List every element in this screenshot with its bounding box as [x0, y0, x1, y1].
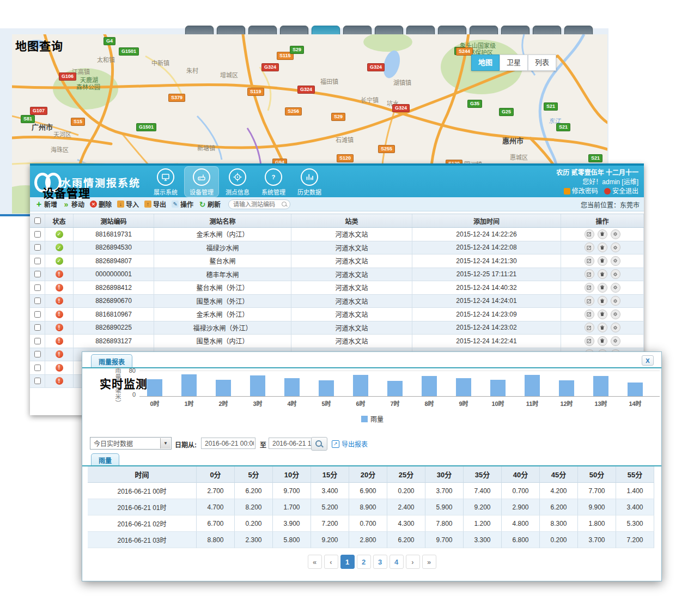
- nav-item-历史数据[interactable]: 历史数据: [292, 166, 327, 197]
- added-time-cell: 2015-12-24 14:22:41: [412, 335, 561, 348]
- gear-icon[interactable]: [611, 242, 620, 252]
- row-checkbox[interactable]: [34, 365, 41, 371]
- gear-icon[interactable]: [611, 229, 620, 239]
- logout-link[interactable]: 安全退出: [612, 187, 638, 195]
- row-checkbox[interactable]: [34, 311, 41, 318]
- pagination-page[interactable]: 3: [373, 555, 387, 569]
- header-checkbox-cell: [30, 214, 45, 227]
- station-type-cell: 河道水文站: [291, 268, 412, 281]
- station-code-cell: 8816810967: [74, 308, 154, 321]
- report-value-cell: 5.300: [616, 515, 654, 532]
- gear-icon[interactable]: [611, 309, 620, 319]
- row-checkbox[interactable]: [34, 351, 41, 357]
- edit-icon[interactable]: [585, 296, 594, 306]
- gear-icon[interactable]: [611, 283, 620, 293]
- toolbar-button-label: 导出: [153, 199, 166, 209]
- toolbar-button-导出[interactable]: ↑导出: [144, 199, 166, 209]
- road-badge: S120: [337, 154, 354, 162]
- report-value-cell: 0.700: [349, 515, 387, 532]
- trash-icon[interactable]: [598, 242, 607, 252]
- toolbar-button-刷新[interactable]: ↻刷新: [199, 199, 221, 209]
- row-checkbox[interactable]: [34, 271, 41, 277]
- map-view-button[interactable]: 列表: [528, 54, 556, 71]
- operations-cell: [561, 335, 644, 348]
- row-checkbox[interactable]: [34, 324, 41, 331]
- report-search-button[interactable]: [311, 437, 327, 451]
- nav-item-展示系统[interactable]: 展示系统: [148, 166, 183, 197]
- trash-icon[interactable]: [598, 269, 607, 279]
- gear-icon[interactable]: [611, 296, 620, 306]
- station-search-input[interactable]: [228, 199, 290, 209]
- toolbar-button-移动[interactable]: »移动: [63, 199, 84, 209]
- edit-icon[interactable]: [585, 242, 594, 252]
- edit-icon[interactable]: [585, 229, 594, 239]
- gear-icon[interactable]: [611, 256, 620, 266]
- road-badge: G106: [59, 72, 76, 81]
- status-cell: !: [45, 375, 74, 388]
- gear-icon[interactable]: [611, 336, 620, 346]
- nav-item-设备管理[interactable]: 设备管理: [184, 166, 219, 197]
- trash-icon[interactable]: [598, 256, 607, 266]
- trash-icon[interactable]: [598, 283, 607, 293]
- station-type-cell: 河道水文站: [291, 321, 412, 335]
- pagination-arrow[interactable]: ›: [406, 555, 420, 569]
- pagination-page[interactable]: 1: [340, 555, 355, 569]
- row-checkbox[interactable]: [34, 298, 41, 304]
- map-view-switcher: 地图卫星列表: [471, 54, 556, 71]
- search-icon[interactable]: [282, 202, 287, 207]
- trash-icon[interactable]: [598, 323, 607, 332]
- trash-icon[interactable]: [598, 296, 607, 306]
- map-view-button[interactable]: 卫星: [500, 54, 528, 71]
- pagination-arrow[interactable]: «: [308, 555, 322, 569]
- row-checkbox[interactable]: [34, 258, 41, 264]
- status-error-icon: !: [56, 270, 63, 278]
- edit-icon[interactable]: [585, 269, 594, 279]
- row-checkbox[interactable]: [34, 338, 41, 344]
- pagination-arrow[interactable]: ‹: [324, 555, 338, 569]
- report-row: 2016-06-21 02时6.7000.2003.9007.2000.7004…: [88, 515, 654, 532]
- trash-icon[interactable]: [598, 309, 607, 319]
- pagination-arrow[interactable]: »: [422, 555, 436, 569]
- row-checkbox[interactable]: [34, 244, 41, 251]
- export-report-link[interactable]: ↗ 导出报表: [332, 439, 368, 448]
- toolbar-button-导入[interactable]: ↓导入: [117, 199, 139, 209]
- report-value-cell: 3.700: [425, 483, 464, 499]
- date-from-input[interactable]: [201, 438, 255, 449]
- trash-icon[interactable]: [598, 229, 607, 239]
- chart-bar: [593, 376, 608, 396]
- nav-item-系统管理[interactable]: ?系统管理: [256, 166, 291, 197]
- data-range-select[interactable]: 今日实时数据 ▼: [90, 437, 172, 450]
- edit-icon[interactable]: [585, 323, 594, 332]
- gear-icon[interactable]: [611, 269, 620, 279]
- station-name-cell: 金禾水闸（外江）: [154, 308, 291, 321]
- row-checkbox[interactable]: [34, 231, 41, 238]
- gear-icon[interactable]: [611, 323, 620, 332]
- modal-tab-rainfall-report[interactable]: 雨量报表: [91, 354, 132, 368]
- pagination-page[interactable]: 2: [357, 555, 371, 569]
- toolbar-button-操作[interactable]: ✎操作: [172, 199, 193, 209]
- row-checkbox[interactable]: [34, 284, 41, 291]
- select-all-checkbox[interactable]: [34, 217, 41, 224]
- trash-icon[interactable]: [598, 336, 607, 346]
- edit-icon[interactable]: [585, 309, 594, 319]
- toolbar-button-新增[interactable]: +新增: [35, 199, 57, 209]
- operate-icon: ✎: [172, 201, 179, 208]
- report-value-cell: 7.400: [464, 483, 502, 499]
- map-view-button[interactable]: 地图: [471, 54, 500, 71]
- tab-rainfall[interactable]: 雨量: [91, 453, 119, 466]
- user-info: 农历 贰零壹伍年 十二月十一 您好！admin [运维] 修改密码 安全退出: [556, 168, 638, 196]
- edit-icon[interactable]: [585, 283, 594, 293]
- change-password-link[interactable]: 修改密码: [572, 187, 598, 195]
- nav-item-测点信息[interactable]: 测点信息: [220, 166, 255, 197]
- pagination-page[interactable]: 4: [389, 555, 404, 569]
- edit-icon[interactable]: [585, 256, 594, 266]
- history-icon: [301, 168, 318, 186]
- x-tick-label: 7时: [383, 399, 407, 408]
- row-checkbox[interactable]: [34, 378, 41, 384]
- edit-icon[interactable]: [585, 336, 594, 346]
- export-report-label: 导出报表: [342, 439, 368, 448]
- close-icon[interactable]: X: [642, 355, 654, 366]
- chevron-down-icon[interactable]: ▼: [160, 438, 171, 448]
- toolbar-button-删除[interactable]: ✕删除: [90, 199, 112, 209]
- road-badge: G324: [392, 104, 410, 112]
